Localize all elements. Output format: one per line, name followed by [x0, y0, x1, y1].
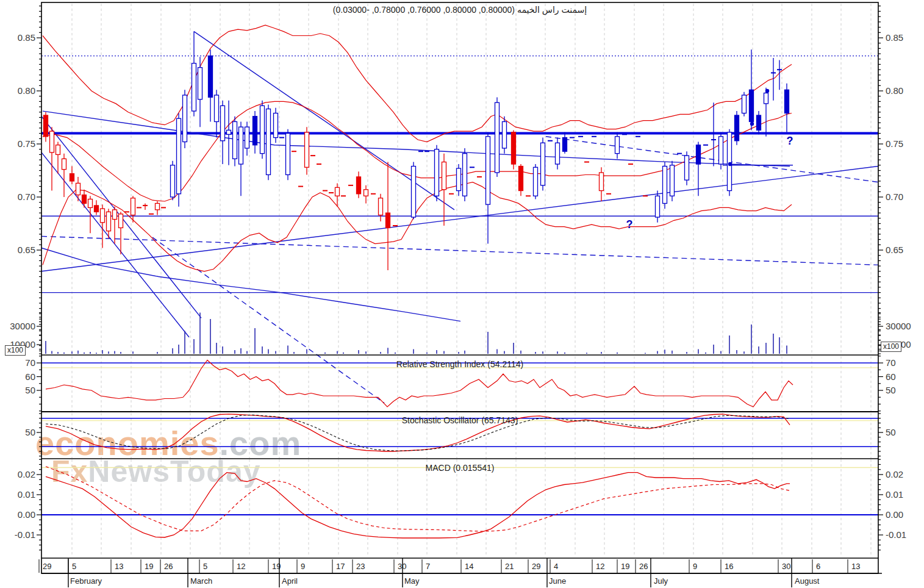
- date-label: 29: [532, 562, 540, 571]
- ohlc-values: (0.80000, 0.80000, 0.76000, 0.78000, -0.…: [333, 5, 515, 15]
- candlestick: [742, 95, 747, 113]
- candlestick: [364, 190, 368, 196]
- date-label: 19: [621, 562, 629, 571]
- axis-label-left: 60: [25, 371, 35, 382]
- axis-label-left: 0.02: [18, 469, 35, 479]
- axis-label-left: 0.70: [18, 192, 35, 202]
- instrument-name: إسمنت راس الخيمه: [517, 5, 587, 15]
- candlestick: [670, 165, 675, 196]
- sar-dot: [728, 162, 732, 166]
- candlestick: [457, 168, 461, 191]
- candlestick: [56, 145, 60, 155]
- date-label: 26: [639, 562, 648, 571]
- date-label: 17: [336, 562, 345, 571]
- axis-label-right: 0.70: [886, 192, 903, 202]
- candlestick: [541, 143, 545, 185]
- candlestick: [82, 195, 87, 204]
- question-mark-annotation: ?: [787, 135, 793, 147]
- volume-multiplier-badge-left: x100: [5, 345, 26, 356]
- candlestick: [556, 143, 560, 164]
- date-label: 30: [782, 562, 790, 571]
- date-label: 9: [693, 562, 697, 571]
- candlestick: [171, 165, 175, 197]
- candlestick: [379, 198, 383, 215]
- date-label: 21: [505, 562, 514, 571]
- axis-label-left: 0.65: [18, 245, 35, 255]
- candlestick: [245, 127, 249, 148]
- date-label: 4: [554, 562, 558, 571]
- candlestick: [335, 187, 340, 196]
- candlestick: [177, 118, 181, 194]
- axis-label-left: 70: [25, 357, 35, 368]
- axis-label-right: -0.01: [886, 529, 906, 540]
- axis-label-left: 50: [25, 385, 35, 395]
- candlestick: [735, 115, 739, 141]
- candlestick: [50, 131, 54, 152]
- candlestick: [267, 109, 271, 175]
- candlestick: [44, 115, 48, 137]
- candlestick: [600, 173, 604, 191]
- candlestick: [70, 174, 74, 181]
- candlestick: [88, 199, 93, 207]
- candlestick: [357, 177, 361, 194]
- axis-label-left: 0.85: [18, 32, 35, 43]
- charting-app-window: economies.com FxNewsToday ??0.850.850.80…: [0, 0, 924, 588]
- axis-label-right: 0.01: [886, 489, 903, 500]
- candlestick: [227, 130, 231, 134]
- candlestick: [305, 132, 309, 167]
- date-label: 5: [203, 562, 207, 571]
- candlestick: [253, 117, 257, 145]
- axis-label-right: 0.00: [886, 509, 903, 520]
- axis-label-left: 0.75: [18, 138, 35, 149]
- month-label: August: [795, 576, 820, 586]
- candlestick: [534, 167, 538, 196]
- axis-label-left: 0.01: [18, 489, 35, 500]
- date-label: 12: [596, 562, 604, 571]
- candlestick: [656, 196, 660, 217]
- chart-title: إسمنت راس الخيمه (0.80000, 0.80000, 0.76…: [41, 5, 878, 15]
- sar-dot: [765, 89, 769, 93]
- candlestick: [685, 156, 689, 180]
- date-label: 13: [115, 562, 123, 571]
- candlestick: [119, 214, 123, 228]
- macd-panel-title: MACD (0.015541): [41, 463, 878, 473]
- candlestick: [239, 127, 243, 164]
- month-label: June: [549, 576, 566, 586]
- candlestick: [563, 138, 567, 152]
- month-label: May: [404, 576, 420, 586]
- candlestick: [95, 206, 99, 212]
- axis-label-right: 0.65: [886, 245, 903, 255]
- candlestick: [750, 90, 754, 121]
- axis-label-left: 30000: [10, 321, 35, 331]
- price-line-dash-right: [546, 137, 878, 182]
- price-line-trend-down-2: [41, 152, 189, 337]
- date-label: 30: [398, 562, 406, 571]
- month-label: February: [70, 576, 102, 586]
- sar-dot: [750, 122, 754, 126]
- candlestick: [442, 162, 446, 190]
- candlestick: [719, 137, 723, 164]
- date-label: 5: [72, 562, 76, 571]
- candlestick: [113, 210, 117, 220]
- month-label: April: [282, 576, 298, 586]
- axis-label-left: 0.00: [18, 509, 35, 520]
- axis-label-left: 0.80: [18, 85, 35, 96]
- stochastic-panel-title: Stochastic Oscillator (65.7143): [41, 415, 878, 425]
- question-mark-annotation: ?: [626, 218, 633, 231]
- candlestick: [785, 90, 789, 113]
- candlestick: [512, 132, 516, 164]
- candlestick: [503, 121, 507, 148]
- candlestick: [697, 145, 701, 164]
- candlestick: [274, 113, 278, 138]
- axis-label-right: 50: [886, 427, 896, 437]
- axis-label-right: 0.85: [886, 32, 903, 43]
- axis-label-right: 30000: [886, 321, 911, 331]
- candlestick: [62, 159, 66, 169]
- candlestick: [209, 56, 213, 98]
- candlestick: [192, 63, 196, 111]
- month-label: March: [190, 576, 212, 586]
- price-line-dash-steep: [152, 237, 384, 403]
- candlestick: [728, 132, 732, 191]
- candlestick: [233, 121, 237, 159]
- date-label: 12: [237, 562, 245, 571]
